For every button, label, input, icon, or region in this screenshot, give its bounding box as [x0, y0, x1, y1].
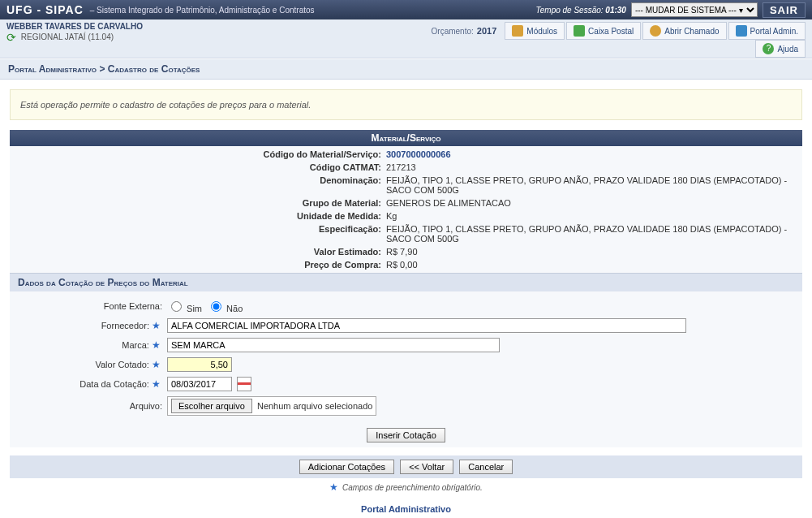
modules-icon [512, 25, 523, 37]
file-status: Nenhum arquivo selecionado [257, 401, 372, 411]
quote-form: Fonte Externa: Sim Não Fornecedor: ★ Mar… [10, 291, 802, 423]
budget-year: 2017 [477, 26, 496, 36]
brand-input[interactable] [167, 338, 500, 352]
breadcrumb-current: Cadastro de Cotações [108, 63, 200, 75]
section-quote-title: Dados da Cotação de Preços do Material [10, 273, 802, 291]
supplier-input[interactable] [167, 318, 686, 333]
quote-date-label: Data da Cotação: ★ [15, 378, 167, 390]
supplier-label: Fornecedor: ★ [15, 320, 167, 331]
brand-label: Marca: ★ [15, 339, 167, 351]
brand: UFG - SIPAC [6, 3, 84, 16]
refresh-icon[interactable]: ⟳ [6, 31, 16, 44]
user-unit: ⟳ REGIONAL JATAÍ (11.04) [6, 31, 396, 44]
quote-date-input[interactable] [167, 377, 232, 391]
session-label: Tempo de Sessão: 01:30 [536, 6, 626, 15]
material-name: FEIJÃO, TIPO 1, CLASSE PRETO, GRUPO ANÃO… [386, 175, 797, 195]
cancel-button[interactable]: Cancelar [459, 460, 513, 474]
calendar-icon[interactable] [237, 377, 251, 391]
radio-sim-label[interactable]: Sim [167, 299, 202, 313]
quoted-value-input[interactable] [167, 357, 232, 372]
info-message: Está operação permite o cadastro de cota… [10, 89, 802, 120]
section-material-title: Material/Serviço [10, 130, 802, 146]
material-spec: FEIJÃO, TIPO 1, CLASSE PRETO, GRUPO ANÃO… [386, 224, 797, 244]
insert-quote-button[interactable]: Inserir Cotação [367, 428, 445, 442]
file-label: Arquivo: [15, 401, 167, 411]
userbar: WEBBER TAVARES DE CARVALHO ⟳ REGIONAL JA… [0, 19, 812, 58]
breadcrumb: Portal Administrativo > Cadastro de Cota… [0, 58, 812, 80]
logout-button[interactable]: SAIR [763, 2, 806, 18]
mailbox-button[interactable]: Caixa Postal [566, 22, 641, 40]
session-time: 01:30 [605, 6, 626, 15]
catmat-code: 217213 [386, 162, 797, 172]
choose-file-button[interactable]: Escolher arquivo [171, 399, 252, 413]
radio-nao[interactable] [211, 301, 221, 312]
user-name: WEBBER TAVARES DE CARVALHO [6, 22, 396, 31]
mail-icon [574, 25, 585, 37]
open-ticket-button[interactable]: Abrir Chamado [642, 22, 726, 40]
system-select[interactable]: --- MUDAR DE SISTEMA --- ▾ [631, 2, 758, 17]
budget-label: Orçamento: [432, 27, 474, 36]
action-bar: Adicionar Cotações << Voltar Cancelar [10, 455, 802, 478]
breadcrumb-root[interactable]: Portal Administrativo [8, 63, 97, 75]
portal-admin-button[interactable]: Portal Admin. [728, 22, 806, 40]
material-unit: Kg [386, 211, 797, 221]
admin-icon [736, 25, 747, 37]
chat-icon [650, 25, 661, 37]
portal-admin-link[interactable]: Portal Administrativo [361, 504, 451, 514]
material-details: Código do Material/Serviço:3007000000066… [10, 146, 802, 273]
purchase-price: R$ 0,00 [386, 260, 797, 270]
material-code: 3007000000066 [386, 149, 797, 159]
system-subtitle: – Sistema Integrado de Patrimônio, Admin… [90, 6, 315, 15]
radio-sim[interactable] [171, 301, 182, 312]
external-source-label: Fonte Externa: [15, 301, 167, 311]
quoted-value-label: Valor Cotado: ★ [15, 359, 167, 370]
radio-nao-label[interactable]: Não [207, 299, 243, 313]
estimated-value: R$ 7,90 [386, 247, 797, 257]
required-footnote: ★ Campos de preenchimento obrigatório. [0, 478, 812, 496]
help-icon: ? [763, 43, 774, 54]
topbar: UFG - SIPAC – Sistema Integrado de Patri… [0, 0, 812, 19]
modules-button[interactable]: Módulos [505, 22, 565, 40]
help-button[interactable]: ?Ajuda [755, 40, 806, 58]
back-button[interactable]: << Voltar [400, 460, 453, 474]
material-group: GENEROS DE ALIMENTACAO [386, 198, 797, 208]
add-quotes-button[interactable]: Adicionar Cotações [299, 460, 394, 474]
